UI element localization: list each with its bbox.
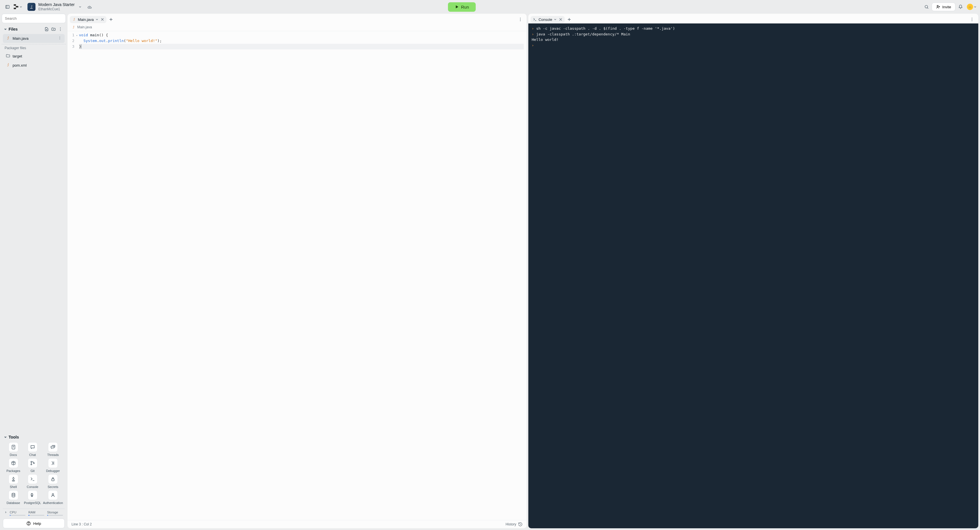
resource-bar[interactable]: CPURAMStorage [3, 509, 65, 516]
sidebar-search[interactable] [2, 14, 66, 23]
new-folder-icon [51, 27, 56, 32]
app-logo[interactable] [14, 4, 22, 10]
files-more-button[interactable] [57, 26, 64, 32]
project-title: Modern Java Starter [38, 2, 75, 7]
svg-point-29 [12, 493, 15, 495]
invite-icon [936, 5, 940, 9]
more-vertical-icon [970, 17, 974, 22]
editor-tab-bar: Main.java [67, 14, 527, 24]
console-tab[interactable]: Console [531, 16, 565, 23]
chevron-down-icon[interactable] [4, 28, 7, 30]
java-file-icon [72, 17, 76, 21]
console-pane: Console › sh -c javac -classpath . -d . … [528, 14, 978, 528]
tool-label: Secrets [48, 485, 58, 489]
tool-docs[interactable]: Docs [5, 442, 22, 457]
svg-point-19 [59, 39, 60, 40]
user-menu[interactable]: 👑 [967, 4, 977, 10]
tool-database[interactable]: Database [5, 490, 22, 505]
new-tab-button[interactable] [566, 16, 573, 23]
tool-label: Console [27, 485, 38, 489]
chevron-down-icon[interactable] [95, 18, 99, 21]
resource-bar-fill [10, 515, 25, 516]
run-button[interactable]: Run [448, 2, 476, 12]
code-editor[interactable]: 123 ▾void main() { System.out.println("H… [67, 31, 527, 520]
history-button[interactable]: History [506, 522, 522, 527]
tool-git[interactable]: Git [24, 458, 41, 473]
file-item[interactable]: pom.xml [3, 61, 65, 70]
folder-icon [6, 54, 10, 58]
tool-threads[interactable]: Threads [43, 442, 63, 457]
files-section: Files Main.java Packager files targetpom… [2, 24, 66, 70]
help-button[interactable]: Help [3, 519, 65, 528]
file-name: pom.xml [13, 63, 27, 67]
header: Modern Java Starter EthanMcCue1 Run Invi… [0, 0, 980, 14]
code-line[interactable]: } [79, 44, 524, 49]
chat-icon [28, 442, 37, 452]
toggle-sidebar-button[interactable] [3, 3, 11, 11]
svg-point-24 [30, 464, 32, 465]
tool-auth[interactable]: Authentication [43, 490, 63, 505]
close-tab-button[interactable] [559, 18, 562, 21]
new-tab-button[interactable] [108, 16, 115, 23]
svg-point-18 [59, 38, 60, 38]
sync-status-icon[interactable] [86, 3, 94, 11]
more-vertical-icon [58, 27, 63, 32]
java-file-icon [6, 36, 10, 40]
auth-icon [48, 490, 58, 500]
breadcrumb[interactable]: Main.java [67, 24, 527, 31]
project-avatar-icon [27, 3, 35, 11]
console-more-button[interactable] [968, 16, 976, 24]
database-icon [9, 490, 18, 500]
tool-secrets[interactable]: Secrets [43, 474, 63, 489]
code-line[interactable]: ▾void main() { [79, 32, 524, 38]
svg-point-17 [59, 36, 60, 37]
chevron-down-icon[interactable] [554, 18, 557, 21]
file-item[interactable]: target [3, 52, 65, 60]
resource-bar-fill [28, 515, 44, 516]
plus-icon [567, 17, 571, 21]
plus-icon [109, 17, 113, 21]
chevron-down-icon [79, 5, 81, 8]
secrets-icon [48, 474, 58, 484]
search-input[interactable] [5, 16, 63, 21]
invite-button[interactable]: Invite [932, 3, 955, 11]
svg-point-37 [972, 18, 972, 18]
tool-debugger[interactable]: Debugger [43, 458, 63, 473]
editor-pane: Main.java Main.java 123 ▾void main() { S… [67, 14, 527, 528]
editor-tab-label: Main.java [78, 17, 94, 22]
tool-chat[interactable]: Chat [24, 442, 41, 457]
packager-files-heading: Packager files [2, 44, 66, 52]
search-icon [924, 5, 929, 9]
svg-line-6 [928, 8, 928, 9]
new-file-button[interactable] [43, 26, 50, 32]
tool-postgresql[interactable]: PostgreSQL [24, 490, 41, 505]
svg-point-34 [520, 19, 520, 20]
run-label: Run [461, 5, 469, 10]
tool-label: Threads [47, 453, 59, 457]
tool-label: Docs [10, 453, 17, 457]
help-icon [26, 521, 31, 526]
svg-rect-0 [6, 5, 9, 9]
code-line[interactable]: System.out.println("Hello world!"); [79, 38, 524, 44]
tools-heading: Tools [9, 435, 64, 440]
project-selector[interactable]: Modern Java Starter EthanMcCue1 [27, 2, 81, 11]
file-item[interactable]: Main.java [3, 34, 65, 43]
editor-more-button[interactable] [516, 16, 524, 24]
tool-console[interactable]: Console [24, 474, 41, 489]
notifications-button[interactable] [956, 3, 964, 11]
tool-label: Authentication [43, 501, 63, 505]
console-output[interactable]: › sh -c javac -classpath . -d . $(find .… [528, 24, 978, 528]
search-button[interactable] [923, 3, 931, 11]
new-folder-button[interactable] [50, 26, 57, 32]
svg-rect-28 [52, 479, 54, 481]
tool-shell[interactable]: Shell [5, 474, 22, 489]
close-tab-button[interactable] [101, 18, 104, 21]
editor-tab[interactable]: Main.java [70, 16, 107, 23]
resource-cpu: CPU [10, 511, 25, 516]
line-gutter: 123 [67, 31, 77, 520]
more-vertical-icon[interactable] [58, 36, 62, 40]
tool-packages[interactable]: Packages [5, 458, 22, 473]
invite-label: Invite [942, 5, 951, 9]
chevron-down-icon[interactable] [4, 436, 7, 438]
console-line: › [532, 43, 975, 48]
